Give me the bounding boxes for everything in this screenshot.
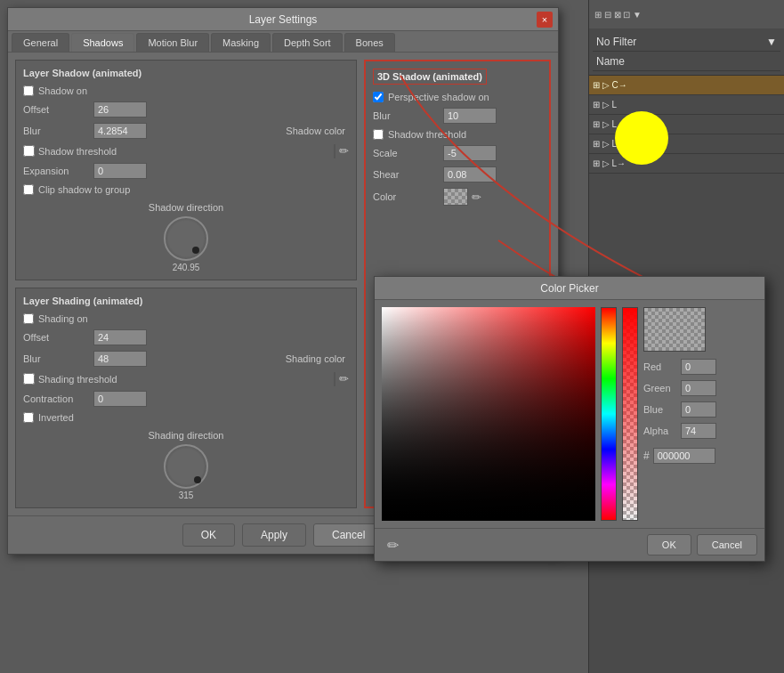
shadow-on-checkbox[interactable] — [23, 85, 34, 96]
tab-masking[interactable]: Masking — [211, 33, 271, 52]
filter-row[interactable]: No Filter ▼ — [593, 32, 780, 52]
eyedropper-tool[interactable]: ✏ — [382, 534, 403, 555]
contraction-row: Contraction — [23, 391, 349, 407]
inverted-label: Inverted — [38, 412, 74, 423]
shading-blur-input[interactable] — [93, 351, 147, 367]
shadow-dir-dot — [192, 247, 199, 254]
shading-dir-dot — [194, 476, 201, 483]
shading-color-label: Shading color — [150, 353, 349, 364]
perspective-label: Perspective shadow on — [388, 92, 489, 102]
shading-color-swatch[interactable] — [334, 372, 335, 386]
layer-row-2[interactable]: ⊞ ▷ L — [589, 95, 784, 115]
cp-gradient-overlay — [382, 307, 595, 521]
color-picker-dialog: Color Picker Red Green Blue — [374, 276, 765, 562]
shading-dir-area: Shading direction 315 — [23, 430, 349, 500]
3d-shadow-threshold-row: Shadow threshold — [373, 129, 542, 140]
shadow-threshold-label: Shadow threshold — [38, 146, 117, 157]
perspective-row: Perspective shadow on — [373, 92, 542, 102]
green-label: Green — [643, 383, 677, 393]
shadow-dir-label: Shadow direction — [149, 202, 223, 213]
layer-row-1[interactable]: ⊞ ▷ C→ — [589, 76, 784, 95]
ok-button[interactable]: OK — [182, 523, 235, 547]
green-input[interactable] — [681, 380, 716, 396]
filter-section: No Filter ▼ Name — [589, 28, 784, 76]
blue-row: Blue — [643, 401, 723, 418]
toolbar-icons: ⊞ ⊟ ⊠ ⊡ ▼ — [594, 10, 642, 20]
clip-shadow-label: Clip shadow to group — [38, 184, 130, 195]
layer-row-5-label: ⊞ ▷ L→ — [593, 158, 626, 168]
cp-title: Color Picker — [540, 282, 598, 295]
expansion-input[interactable] — [93, 163, 147, 179]
offset-label: Offset — [23, 104, 90, 115]
hex-label: # — [643, 450, 650, 462]
scale-label: Scale — [373, 148, 440, 158]
red-input[interactable] — [681, 359, 716, 375]
3d-color-label: Color — [373, 191, 440, 202]
shading-blur-label: Blur — [23, 353, 90, 364]
name-header: Name — [596, 55, 625, 68]
shadow-color-swatch[interactable] — [334, 144, 335, 158]
alpha-input[interactable] — [681, 423, 716, 439]
blue-input[interactable] — [681, 401, 716, 418]
blur-row: Blur Shadow color — [23, 123, 349, 139]
close-button[interactable]: × — [537, 12, 553, 28]
contraction-input[interactable] — [93, 391, 147, 407]
shading-color-eye[interactable]: ✏ — [339, 372, 349, 385]
tab-depth-sort[interactable]: Depth Sort — [272, 33, 343, 52]
cp-content: Red Green Blue Alpha # — [375, 300, 764, 528]
blue-label: Blue — [643, 404, 677, 415]
cp-gradient[interactable] — [382, 307, 595, 521]
shading-dir-value: 315 — [179, 491, 194, 500]
3d-color-eye[interactable]: ✏ — [472, 191, 481, 204]
cp-hue-bar[interactable] — [601, 307, 617, 521]
3d-shadow-threshold-checkbox[interactable] — [373, 129, 384, 140]
shading-dir-circle[interactable] — [164, 444, 208, 489]
cp-swatch — [643, 307, 706, 352]
shadow-dir-circle[interactable] — [164, 216, 208, 261]
cp-alpha-bar[interactable] — [622, 307, 638, 521]
layer-row-5[interactable]: ⊞ ▷ L→ — [589, 154, 784, 174]
shadow3d-title-wrapper: 3D Shadow (animated) — [373, 69, 542, 92]
shading-on-checkbox[interactable] — [23, 313, 34, 324]
shadow-color-eye[interactable]: ✏ — [339, 144, 349, 158]
shear-input[interactable] — [443, 166, 497, 182]
perspective-checkbox[interactable] — [373, 92, 384, 102]
tab-bones[interactable]: Bones — [344, 33, 395, 52]
shadow-color-label: Shadow color — [150, 126, 349, 136]
alpha-label: Alpha — [643, 426, 677, 436]
offset-input[interactable] — [93, 101, 147, 118]
layer-shadow-title: Layer Shadow (animated) — [23, 68, 349, 78]
alpha-row: Alpha — [643, 423, 723, 439]
scale-input[interactable] — [443, 145, 497, 161]
shading-blur-row: Blur Shading color — [23, 351, 349, 367]
cp-titlebar: Color Picker — [375, 277, 764, 300]
hex-input[interactable] — [653, 448, 715, 464]
inverted-checkbox[interactable] — [23, 412, 34, 423]
3d-blur-row: Blur — [373, 108, 542, 124]
shadow-threshold-row: Shadow threshold ✏ — [23, 144, 349, 158]
tab-shadows[interactable]: Shadows — [71, 33, 134, 52]
blur-input[interactable] — [93, 123, 147, 139]
right-panel-toolbar: ⊞ ⊟ ⊠ ⊡ ▼ — [589, 0, 784, 28]
shear-label: Shear — [373, 169, 440, 180]
clip-shadow-checkbox[interactable] — [23, 184, 34, 195]
left-panels: Layer Shadow (animated) Shadow on Offset… — [15, 60, 357, 508]
shading-offset-row: Offset — [23, 329, 349, 345]
shading-threshold-checkbox[interactable] — [23, 373, 35, 385]
3d-color-swatch[interactable] — [443, 188, 468, 206]
apply-button[interactable]: Apply — [242, 523, 306, 547]
layer-shadow-panel: Layer Shadow (animated) Shadow on Offset… — [15, 60, 357, 280]
3d-blur-input[interactable] — [443, 108, 497, 124]
tab-general[interactable]: General — [12, 33, 69, 52]
contraction-label: Contraction — [23, 393, 90, 404]
layer-row-1-label: ⊞ ▷ C→ — [593, 80, 627, 90]
shadow3d-title: 3D Shadow (animated) — [373, 69, 487, 85]
dialog-title: Layer Settings — [249, 13, 318, 26]
cp-cancel-button[interactable]: Cancel — [697, 534, 757, 555]
shadow-threshold-checkbox[interactable] — [23, 145, 35, 157]
shading-offset-input[interactable] — [93, 329, 147, 345]
tab-motion-blur[interactable]: Motion Blur — [136, 33, 209, 52]
filter-dropdown-arrow: ▼ — [766, 36, 777, 48]
cp-ok-button[interactable]: OK — [647, 534, 691, 555]
name-header-row: Name — [593, 52, 780, 71]
